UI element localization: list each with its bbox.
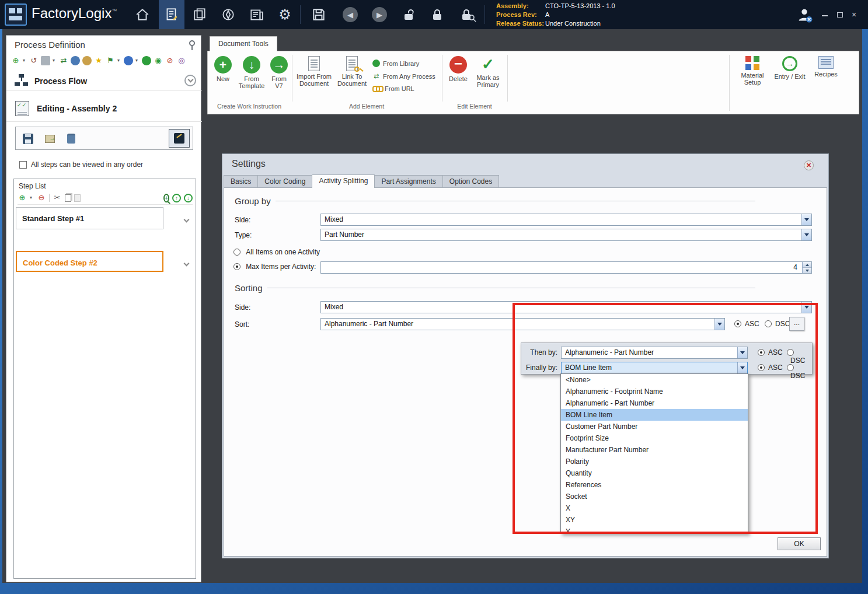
step-expand-icon[interactable] [184,259,189,267]
remove-step-icon[interactable]: ⊖ [37,193,46,202]
settings-gear-icon[interactable]: ⚙ [272,0,298,29]
globe-icon[interactable] [142,56,151,65]
panel-toolbar: ⊕▾ ↺ ▾ ⇄ ★ ⚑▾ ▾ ◉ ⊘ ◎ [11,55,199,66]
tab-basics[interactable]: Basics [224,175,258,188]
step-item-color-coded[interactable]: Color Coded Step #2 [16,251,163,272]
forward-icon[interactable]: ▶ [367,0,392,29]
minimize-button[interactable] [818,9,831,20]
group-by-section-heading: Group by [235,196,755,206]
unlock-icon[interactable] [396,0,421,29]
editing-row: Editing - Assembly 2 [6,96,202,122]
max-items-radio[interactable] [233,263,240,270]
entry-exit-icon: → [782,56,797,71]
add-step-dropdown-icon[interactable]: ▾ [30,193,34,202]
tab-document-tools[interactable]: Document Tools [210,36,277,51]
tab-option-codes[interactable]: Option Codes [443,175,499,188]
import-from-document-button[interactable]: Import From Document [295,56,333,87]
start-icon[interactable]: ◉ [154,56,163,65]
add-icon[interactable]: ⊕ [11,56,20,65]
move-up-icon[interactable]: ↑ [172,194,181,202]
from-v7-button[interactable]: → From V7 [269,56,290,89]
process-definition-icon[interactable] [159,0,184,29]
max-items-option[interactable]: Max Items per Activity: [233,263,316,271]
dispatch-icon[interactable] [215,0,241,29]
tab-color-coding[interactable]: Color Coding [258,175,312,188]
recipes-icon [818,56,834,69]
combo-arrow-icon[interactable] [801,229,811,240]
assembly-label: Assembly: [496,2,545,11]
tab-part-assignments[interactable]: Part Assignments [375,175,442,188]
all-items-radio[interactable] [233,249,240,256]
new-instruction-button[interactable]: + New [211,56,235,82]
layers-icon[interactable] [124,56,133,65]
lock-search-icon[interactable] [454,0,479,29]
max-items-spinner[interactable]: 4 [320,261,812,274]
delete-document-button[interactable] [62,130,81,148]
back-icon[interactable]: ◀ [337,0,363,29]
print-icon[interactable] [41,56,50,65]
recipes-button[interactable]: Recipes [811,56,841,78]
undo-icon[interactable]: ↺ [29,56,39,65]
user-logout-icon[interactable] [792,0,817,29]
from-any-process-button[interactable]: ⇄ From Any Process [372,72,435,80]
group-type-combo[interactable]: Part Number [320,229,812,241]
link-to-document-button[interactable]: Link To Document [335,56,369,87]
lock-icon[interactable] [424,0,450,29]
flag-dropdown-icon[interactable]: ▾ [117,56,121,65]
process-rev-label: Process Rev: [496,11,545,19]
from-url-button[interactable]: From URL [372,85,414,92]
import-document-button[interactable] [40,130,59,148]
entry-exit-button[interactable]: → Entry / Exit [773,56,807,80]
close-button[interactable]: × [848,9,860,20]
cut-icon[interactable]: ✂ [53,193,62,202]
sort-label: Sort: [235,320,249,329]
user-icon[interactable] [71,56,80,65]
tab-activity-splitting[interactable]: Activity Splitting [312,174,375,188]
add-step-icon[interactable]: ⊕ [18,193,27,202]
reports-icon[interactable] [244,0,270,29]
paste-icon[interactable] [74,194,81,202]
home-icon[interactable] [130,0,155,29]
move-down-icon[interactable]: ↓ [184,194,193,202]
step-expand-icon[interactable] [184,215,189,223]
from-library-button[interactable]: From Library [372,60,419,67]
operator-icon[interactable] [82,56,92,65]
collapse-circle-icon[interactable] [184,75,196,86]
process-rev-value: A [545,11,549,18]
combo-arrow-icon[interactable] [801,214,811,225]
spinner-buttons[interactable] [802,262,811,273]
sync-icon[interactable]: ⇄ [59,56,68,65]
zoom-step-icon[interactable]: + [163,194,169,202]
add-dropdown-icon[interactable]: ▾ [23,56,27,65]
toolbar-separator [49,194,50,202]
save-icon[interactable] [306,0,332,29]
step-list-toolbar: ⊕▾ ⊖ ✂ + ↑ ↓ [18,193,193,205]
work-orders-icon[interactable] [187,0,212,29]
dialog-close-icon[interactable]: ✕ [804,160,814,170]
print-dropdown-icon[interactable]: ▾ [53,56,57,65]
mark-as-primary-button[interactable]: ✓ Mark as Primary [472,56,504,88]
maximize-button[interactable] [834,9,846,20]
group-type-label: Type: [235,231,252,239]
settings-tabs: Basics Color Coding Activity Splitting P… [224,174,499,188]
material-setup-button[interactable]: Material Setup [736,56,769,86]
step-label: Color Coded Step #2 [23,258,97,267]
flag-icon[interactable]: ⚑ [106,56,115,65]
all-items-option[interactable]: All Items on one Activity [233,248,320,256]
titlebar-separator [484,5,485,24]
delete-element-button[interactable]: − Delete [446,56,470,82]
record-icon[interactable]: ◎ [177,56,186,65]
any-order-checkbox[interactable] [19,161,27,169]
star-icon[interactable]: ★ [94,56,103,65]
group-side-combo[interactable]: Mixed [320,214,812,226]
edit-notes-button[interactable] [169,129,190,148]
step-item-standard[interactable]: Standard Step #1 [16,207,163,229]
copy-icon[interactable] [65,194,71,202]
ok-button[interactable]: OK [778,537,821,550]
process-flow-row[interactable]: Process Flow [6,72,202,90]
save-document-button[interactable] [19,130,37,148]
pin-icon[interactable] [189,40,195,46]
stop-icon[interactable]: ⊘ [165,56,175,65]
from-template-button[interactable]: ↓ From Template [236,56,267,89]
layers-dropdown-icon[interactable]: ▾ [135,56,140,65]
